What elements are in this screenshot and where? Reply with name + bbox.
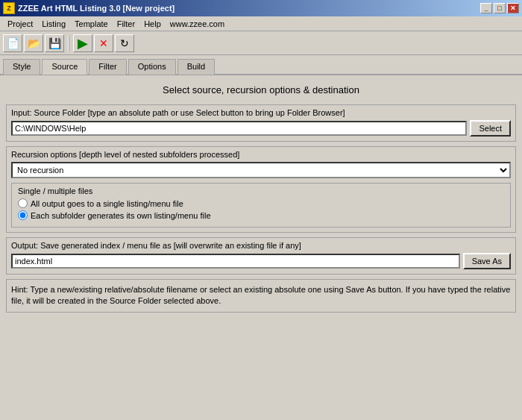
tab-source[interactable]: Source (42, 59, 87, 75)
title-bar: Z ZZEE Art HTML Listing 3.0 [New project… (0, 0, 522, 16)
radio-multiple-label: Each subfolder generates its own listing… (31, 211, 211, 220)
minimize-button[interactable]: _ (480, 3, 492, 13)
menu-website[interactable]: www.zzee.com (166, 18, 229, 30)
tab-style[interactable]: Style (3, 59, 40, 75)
refresh-button[interactable]: ↻ (115, 34, 134, 52)
new-button[interactable]: 📄 (3, 34, 22, 52)
output-filename-input[interactable] (11, 254, 460, 269)
menu-project[interactable]: Project (3, 18, 37, 30)
recursion-label: Recursion options [depth level of nested… (11, 150, 511, 159)
close-button[interactable]: ✕ (507, 3, 519, 13)
radio-row-multiple: Each subfolder generates its own listing… (18, 210, 504, 220)
tab-filter[interactable]: Filter (89, 59, 126, 75)
toolbar-separator (68, 36, 69, 51)
window-title: ZZEE Art HTML Listing 3.0 [New project] (18, 4, 174, 13)
output-label: Output: Save generated index / menu file… (11, 241, 511, 250)
main-content: Select source, recursion options & desti… (0, 75, 522, 419)
tab-options[interactable]: Options (128, 59, 176, 75)
select-button[interactable]: Select (470, 120, 511, 137)
radio-single[interactable] (18, 198, 28, 208)
app-icon: Z (3, 2, 15, 14)
menu-template[interactable]: Template (70, 18, 113, 30)
recursion-dropdown[interactable]: No recursion 1 level 2 levels 3 levels U… (11, 162, 511, 178)
title-bar-controls[interactable]: _ □ ✕ (480, 3, 519, 13)
toolbar: 📄 📂 💾 ▶ ✕ ↻ (0, 31, 522, 55)
open-button[interactable]: 📂 (24, 34, 43, 52)
hint-text: Hint: Type a new/existing relative/absol… (11, 285, 510, 305)
source-folder-label: Input: Source Folder [type an absolute p… (11, 108, 511, 117)
maximize-button[interactable]: □ (494, 3, 506, 13)
save-as-button[interactable]: Save As (463, 253, 511, 269)
section-title: Select source, recursion options & desti… (6, 81, 516, 98)
output-group: Output: Save generated index / menu file… (6, 237, 516, 275)
menu-bar: Project Listing Template Filter Help www… (0, 16, 522, 31)
source-folder-group: Input: Source Folder [type an absolute p… (6, 104, 516, 142)
radio-single-label: All output goes to a single listing/menu… (31, 199, 183, 208)
single-multiple-group: Single / multiple files All output goes … (11, 183, 511, 228)
menu-filter[interactable]: Filter (113, 18, 139, 30)
tab-build[interactable]: Build (177, 59, 215, 75)
output-row: Save As (11, 253, 511, 269)
save-button[interactable]: 💾 (45, 34, 64, 52)
radio-multiple[interactable] (18, 210, 28, 220)
stop-button[interactable]: ✕ (94, 34, 113, 52)
title-bar-left: Z ZZEE Art HTML Listing 3.0 [New project… (3, 2, 174, 14)
recursion-group: Recursion options [depth level of nested… (6, 146, 516, 233)
hint-box: Hint: Type a new/existing relative/absol… (6, 279, 516, 313)
go-button[interactable]: ▶ (73, 34, 92, 52)
tabs: Style Source Filter Options Build (0, 55, 522, 75)
source-folder-row: Select (11, 120, 511, 137)
radio-row-single: All output goes to a single listing/menu… (18, 198, 504, 208)
menu-listing[interactable]: Listing (37, 18, 70, 30)
menu-help[interactable]: Help (139, 18, 166, 30)
single-multiple-title: Single / multiple files (18, 187, 504, 195)
source-folder-input[interactable] (11, 121, 467, 136)
